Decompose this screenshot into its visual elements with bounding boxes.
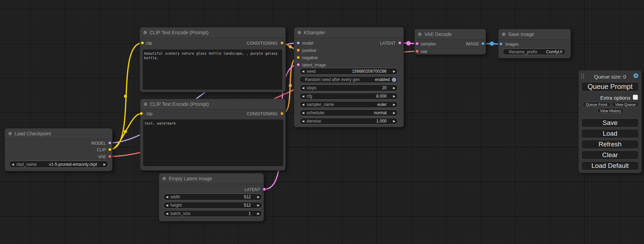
input-label-latent-image: latent_image	[302, 63, 326, 67]
node-title-bar: VAE Decode	[415, 29, 486, 40]
decrement-arrow-icon[interactable]: ◀	[300, 118, 307, 124]
output-label-image: IMAGE	[466, 42, 479, 46]
link-midpoint-dot	[124, 95, 127, 98]
node-empty-latent-image[interactable]: Empty Latent Image LATENT ◀ width 512 ▶ …	[159, 173, 264, 222]
node-title: CLIP Text Encode (Prompt)	[150, 30, 209, 35]
denoise-widget[interactable]: ◀ denoise 1.000 ▶	[299, 118, 398, 125]
node-save-image[interactable]: Save Image images filename_prefix ComfyU…	[498, 29, 571, 58]
filename-prefix-widget[interactable]: filename_prefix ComfyUI	[503, 48, 566, 55]
input-label-images: images	[505, 42, 519, 47]
input-label-clip: clip	[146, 41, 152, 46]
queue-panel: Queue size: 0 Queue Prompt Extra options…	[579, 70, 642, 173]
clear-button[interactable]: Clear	[581, 151, 639, 160]
collapse-dot-icon[interactable]	[143, 31, 147, 34]
extra-options-checkbox[interactable]	[633, 95, 638, 100]
link-midpoint-dot	[289, 84, 292, 87]
link-midpoint-dot	[289, 45, 292, 48]
input-label-samples: samples	[421, 42, 436, 46]
negative-prompt-textarea[interactable]: text, watermark	[143, 119, 283, 166]
node-title-bar: Load Checkpoint	[5, 128, 112, 139]
decrement-arrow-icon[interactable]: ◀	[164, 202, 170, 208]
increment-arrow-icon[interactable]: ▶	[255, 194, 262, 200]
sampler-name-widget[interactable]: ◀ sampler_name euler ▶	[299, 101, 398, 108]
decrement-arrow-icon[interactable]: ◀	[300, 85, 307, 91]
decrement-arrow-icon[interactable]: ◀	[164, 210, 170, 217]
increment-arrow-icon[interactable]: ▶	[391, 101, 398, 108]
width-widget[interactable]: ◀ width 512 ▶	[163, 193, 262, 200]
node-title-bar: CLIP Text Encode (Prompt)	[140, 27, 285, 38]
node-clip-text-encode-1[interactable]: CLIP Text Encode (Prompt) clip CONDITION…	[140, 27, 286, 92]
node-title-bar: Empty Latent Image	[159, 173, 264, 184]
link-midpoint-dot	[124, 130, 127, 133]
node-canvas[interactable]: Load Checkpoint MODEL CLIP VAE ◀ ckpt_na…	[0, 0, 644, 244]
output-label-conditioning: CONDITIONING	[247, 41, 277, 46]
output-label-conditioning: CONDITIONING	[247, 111, 277, 116]
input-label-negative: negative	[302, 55, 318, 60]
view-queue-button[interactable]: View Queue	[612, 102, 639, 107]
decrement-arrow-icon[interactable]: ◀	[300, 93, 307, 99]
node-title: VAE Decode	[424, 31, 452, 37]
increment-arrow-icon[interactable]: ▶	[101, 161, 108, 168]
decrement-arrow-icon[interactable]: ◀	[164, 194, 170, 200]
queue-prompt-button[interactable]: Queue Prompt	[581, 82, 639, 91]
scheduler-widget[interactable]: ◀ scheduler normal ▶	[299, 109, 398, 116]
increment-arrow-icon[interactable]: ▶	[391, 118, 398, 124]
node-vae-decode[interactable]: VAE Decode samples vae IMAGE	[414, 29, 486, 55]
increment-arrow-icon[interactable]: ▶	[255, 210, 262, 217]
link-midpoint-dot	[490, 42, 494, 46]
cfg-widget[interactable]: ◀ cfg 8.000 ▶	[299, 93, 398, 100]
node-load-checkpoint[interactable]: Load Checkpoint MODEL CLIP VAE ◀ ckpt_na…	[5, 128, 113, 171]
batch-size-widget[interactable]: ◀ batch_size 1 ▶	[163, 210, 262, 217]
node-ksampler[interactable]: KSampler model positive negative latent_…	[294, 27, 404, 127]
increment-arrow-icon[interactable]: ▶	[255, 202, 262, 208]
refresh-button[interactable]: Refresh	[581, 140, 639, 149]
node-title: CLIP Text Encode (Prompt)	[150, 101, 209, 107]
collapse-dot-icon[interactable]	[162, 177, 166, 180]
node-title-bar: CLIP Text Encode (Prompt)	[140, 99, 285, 110]
seed-widget[interactable]: ◀ seed 156680208700286 ▶	[299, 68, 398, 75]
output-label-clip: CLIP	[97, 147, 106, 152]
input-label-positive: positive	[302, 48, 316, 53]
increment-arrow-icon[interactable]: ▶	[391, 110, 398, 116]
settings-gear-icon[interactable]	[633, 73, 639, 79]
decrement-arrow-icon[interactable]: ◀	[300, 110, 307, 116]
link-clip-wire-2	[110, 114, 141, 150]
increment-arrow-icon[interactable]: ▶	[391, 93, 398, 99]
increment-arrow-icon[interactable]: ▶	[391, 68, 398, 74]
decrement-arrow-icon[interactable]: ◀	[300, 101, 307, 108]
link-clip-wire-1	[110, 43, 142, 150]
random-seed-toggle-widget[interactable]: Random seed after every gen enabled	[299, 76, 398, 83]
queue-front-button[interactable]: Queue Front	[582, 102, 611, 107]
save-button[interactable]: Save	[581, 118, 639, 127]
height-widget[interactable]: ◀ height 512 ▶	[163, 202, 262, 209]
input-label-vae: vae	[421, 49, 427, 54]
link-midpoint-dot	[406, 41, 411, 46]
extra-options-label: Extra options	[579, 95, 630, 101]
decrement-arrow-icon[interactable]: ◀	[9, 161, 16, 168]
ckpt-name-widget[interactable]: ◀ ckpt_name v1-5-pruned-emaonly.ckpt ▶	[9, 161, 108, 168]
view-history-button[interactable]: View History	[597, 108, 624, 113]
load-button[interactable]: Load	[581, 129, 639, 138]
node-title-bar: Save Image	[499, 29, 571, 40]
node-clip-text-encode-2[interactable]: CLIP Text Encode (Prompt) clip CONDITION…	[140, 99, 286, 171]
collapse-dot-icon[interactable]	[144, 102, 147, 106]
collapse-dot-icon[interactable]	[502, 33, 505, 36]
node-title: Load Checkpoint	[15, 131, 51, 136]
node-title: Save Image	[508, 31, 534, 37]
steps-widget[interactable]: ◀ steps 20 ▶	[299, 84, 398, 91]
node-title: Empty Latent Image	[169, 176, 212, 181]
collapse-dot-icon[interactable]	[8, 132, 12, 135]
decrement-arrow-icon[interactable]: ◀	[300, 68, 307, 74]
output-label-latent: LATENT	[380, 41, 396, 46]
output-label-vae: VAE	[98, 154, 106, 159]
output-label-model: MODEL	[91, 141, 106, 146]
increment-arrow-icon[interactable]: ▶	[391, 85, 398, 91]
collapse-dot-icon[interactable]	[418, 33, 422, 36]
node-title: KSampler	[304, 30, 325, 35]
load-default-button[interactable]: Load Default	[581, 161, 639, 170]
collapse-dot-icon[interactable]	[298, 31, 301, 34]
node-title-bar: KSampler	[294, 27, 404, 38]
toggle-dot-icon[interactable]	[392, 78, 396, 82]
output-label-latent: LATENT	[245, 187, 260, 192]
positive-prompt-textarea[interactable]: beautiful scenery nature glass bottle la…	[143, 49, 282, 90]
